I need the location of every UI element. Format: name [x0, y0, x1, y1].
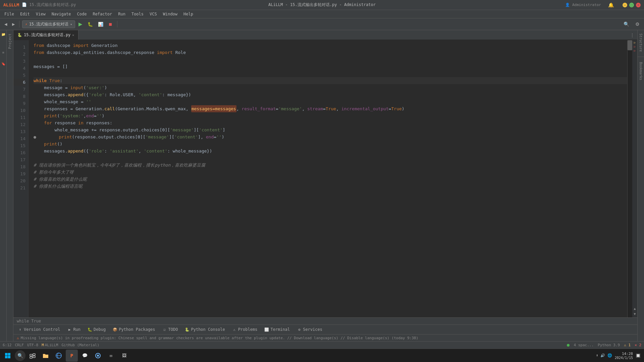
- menu-vcs[interactable]: VCS: [147, 11, 160, 17]
- toolbar-forward-button[interactable]: ▶: [10, 21, 16, 27]
- code-line-13: whole_message += response.output.choices…: [34, 126, 627, 133]
- tab-more-button[interactable]: ⋮: [627, 31, 637, 40]
- code-line-11: print('system:',end=''): [34, 112, 627, 119]
- python-console-icon: 🐍: [185, 327, 190, 332]
- main-content: 📁 ≡ 🔖 Project 🐍 15.流式输出多轮对话.py ✕ ⋮ 1 2 3: [0, 30, 644, 341]
- minimap-thumb[interactable]: [628, 40, 632, 50]
- structure-icon[interactable]: ≡: [1, 50, 6, 55]
- scroll-up-button[interactable]: ▲: [634, 307, 636, 310]
- windows-start-button[interactable]: [2, 350, 14, 362]
- menu-help[interactable]: Help: [181, 11, 196, 17]
- taskbar-explorer-button[interactable]: [40, 350, 52, 362]
- menu-refactor[interactable]: Refactor: [90, 11, 115, 17]
- search-everywhere-button[interactable]: 🔍: [622, 20, 631, 28]
- tab-python-console[interactable]: 🐍 Python Console: [182, 325, 227, 334]
- code-line-21: # 你擅长什么编程语言呢: [34, 183, 627, 190]
- menu-edit[interactable]: Edit: [17, 11, 33, 17]
- todo-icon: ☑: [162, 327, 167, 332]
- code-line-4: messages = []: [34, 63, 627, 70]
- warning-indicator-1: ▷: [634, 41, 636, 44]
- settings-button[interactable]: ⚙: [634, 20, 641, 28]
- menu-window[interactable]: Window: [160, 11, 180, 17]
- code-line-20: # 你最喜欢吃的菜是什么呢: [34, 176, 627, 183]
- taskbar-clock: 14:28 2024/1/15: [615, 352, 633, 360]
- python-packages-icon: 📦: [113, 327, 117, 332]
- window-title: ALiLLM - 15.流式输出多轮对话.py - Administrator: [268, 2, 376, 8]
- tab-run[interactable]: ▶ Run: [64, 325, 83, 334]
- status-bar: 6:12 CRLF UTF-8 M ALiLLM GitHub (Materia…: [0, 341, 644, 349]
- tab-terminal[interactable]: ⬜ Terminal: [262, 325, 292, 334]
- svg-rect-7: [33, 356, 35, 358]
- debug-button[interactable]: 🐛: [86, 21, 95, 28]
- taskbar-browser-button[interactable]: [53, 350, 65, 362]
- menu-code[interactable]: Code: [74, 11, 90, 17]
- tab-debug[interactable]: 🐛 Debug: [85, 325, 108, 334]
- close-tab-button[interactable]: ✕: [72, 33, 74, 37]
- status-warning-icon: ⚠: [17, 336, 19, 340]
- taskbar-ide-button[interactable]: P: [66, 350, 78, 362]
- stop-button[interactable]: ⏹: [107, 21, 114, 28]
- error-indicator-2: ▷: [634, 49, 636, 52]
- right-side-panels: Structure Bookmarks: [637, 30, 644, 341]
- svg-rect-4: [30, 354, 32, 356]
- taskbar-icons: ⬆ 🔊 🌐: [596, 353, 612, 358]
- status-dot: [567, 344, 570, 347]
- notification-area-button[interactable]: 🔲: [636, 353, 641, 358]
- tab-problems[interactable]: ⚠ Problems: [229, 325, 260, 334]
- taskbar-mail-button[interactable]: ✉: [105, 350, 117, 362]
- window-controls: 👤 Administrator 🔔 — □ ✕: [565, 2, 641, 8]
- title-bar: ALiLLM 📄 15.流式输出多轮对话.py ALiLLM - 15.流式输出…: [0, 0, 644, 10]
- project-icon[interactable]: 📁: [1, 32, 6, 37]
- svg-rect-6: [30, 357, 32, 358]
- file-tabs: 🐍 15.流式输出多轮对话.py ✕ ⋮: [13, 30, 637, 40]
- project-panel[interactable]: Project: [7, 30, 13, 341]
- status-message: Missing language(s) in proofreading plug…: [21, 336, 418, 340]
- menu-view[interactable]: View: [33, 11, 48, 17]
- scroll-down-button[interactable]: ▼: [634, 312, 636, 316]
- run-config-selector[interactable]: ⚡ 15.流式输出多轮对话 ▾: [22, 20, 75, 28]
- taskbar: 🔍 P 💬 ✉ 🖼 ⬆ 🔊 🌐 14:28 2024/: [0, 349, 644, 362]
- debug-tab-icon: 🐛: [88, 327, 92, 332]
- taskbar-misc-button[interactable]: 🖼: [118, 350, 130, 362]
- run-with-coverage-button[interactable]: 📊: [96, 21, 105, 28]
- svg-rect-0: [5, 353, 8, 356]
- code-editor[interactable]: 1 2 3 4 5 6 7 8 9 10 11 12 13 14 15 16 1: [13, 40, 637, 317]
- notifications-icon[interactable]: 🔔: [606, 2, 616, 8]
- taskbar-right: ⬆ 🔊 🌐 14:28 2024/1/15 🔲: [596, 352, 642, 360]
- toolbar-back-button[interactable]: ◀: [3, 21, 9, 27]
- structure-panel-label[interactable]: Structure: [638, 32, 643, 53]
- bookmarks-panel-label[interactable]: Bookmarks: [638, 60, 643, 82]
- tab-version-control[interactable]: ⬆ Version Control: [15, 325, 63, 334]
- left-panel: 📁 ≡ 🔖: [0, 30, 7, 341]
- close-button[interactable]: ✕: [636, 3, 641, 7]
- menu-tools[interactable]: Tools: [129, 11, 146, 17]
- menu-file[interactable]: File: [2, 11, 17, 17]
- taskbar-search-button[interactable]: 🔍: [15, 350, 25, 361]
- status-indent[interactable]: 4 spac...: [574, 343, 594, 347]
- tab-todo[interactable]: ☑ TODO: [160, 325, 181, 334]
- status-line-ending[interactable]: CRLF: [15, 343, 24, 347]
- run-button[interactable]: ▶: [77, 20, 84, 28]
- run-tab-icon: ▶: [67, 327, 72, 332]
- code-text[interactable]: from dashscope import Generation from da…: [29, 40, 627, 317]
- services-icon: ⚙: [297, 327, 302, 332]
- menu-navigate[interactable]: Navigate: [49, 11, 74, 17]
- code-line-14: ● print(response.output.choices[0]['mess…: [34, 133, 627, 140]
- menu-run[interactable]: Run: [115, 11, 128, 17]
- taskbar-settings-button[interactable]: [92, 350, 104, 362]
- code-line-6: while True:: [34, 77, 627, 84]
- status-warnings: ⚠ 1: [624, 343, 631, 347]
- taskbar-chat-button[interactable]: 💬: [79, 350, 91, 362]
- maximize-button[interactable]: □: [629, 3, 634, 7]
- bookmarks-icon[interactable]: 🔖: [1, 61, 6, 67]
- minimize-button[interactable]: —: [623, 3, 627, 7]
- task-view-button[interactable]: [26, 350, 39, 362]
- status-dot-indicator: [567, 344, 570, 347]
- toolbar-separator-2: [117, 21, 117, 27]
- status-encoding[interactable]: UTF-8: [27, 343, 38, 347]
- tab-python-packages[interactable]: 📦 Python Packages: [110, 325, 158, 334]
- status-language[interactable]: Python 3.9: [598, 343, 620, 347]
- svg-point-10: [97, 355, 99, 357]
- tab-services[interactable]: ⚙ Services: [294, 325, 325, 334]
- file-tab-active[interactable]: 🐍 15.流式输出多轮对话.py ✕: [13, 30, 78, 40]
